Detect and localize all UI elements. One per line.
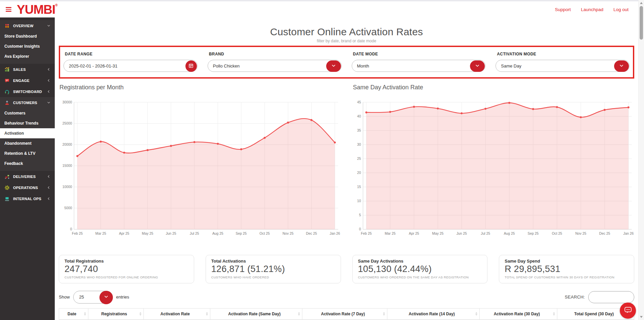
sidebar-header-deliveries[interactable]: DELIVERIES bbox=[0, 171, 55, 182]
page-title: Customer Online Activation Rates bbox=[55, 26, 638, 38]
sidebar-header-label: SALES bbox=[13, 67, 47, 72]
column-header-activation-rate-7-day[interactable]: Activation Rate (7 Day) bbox=[302, 309, 387, 319]
activation-mode-select[interactable]: Same Day bbox=[496, 60, 630, 72]
svg-text:Sep 25: Sep 25 bbox=[527, 232, 539, 235]
scroll-down-arrow-icon[interactable] bbox=[639, 315, 644, 319]
search-input[interactable] bbox=[588, 291, 634, 303]
column-header-registrations[interactable]: Registrations bbox=[88, 309, 143, 319]
scroll-up-arrow-icon[interactable] bbox=[639, 1, 644, 5]
column-header-activation-rate[interactable]: Activation Rate bbox=[144, 309, 210, 319]
calendar-button[interactable] bbox=[185, 60, 197, 72]
sidebar-header-internal-ops[interactable]: INTERNAL OPS bbox=[0, 193, 55, 204]
svg-text:45: 45 bbox=[357, 100, 361, 104]
sidebar-section-operations: OPERATIONS bbox=[0, 182, 55, 193]
date-range-input[interactable] bbox=[69, 63, 180, 68]
column-header-activation-rate-14-day[interactable]: Activation Rate (14 Day) bbox=[387, 309, 480, 319]
activation-rate-chart-panel: Same Day Activation Rate 051015202530354… bbox=[352, 84, 635, 238]
sidebar-section-deliveries: DELIVERIES bbox=[0, 171, 55, 182]
scrollbar-thumb[interactable] bbox=[640, 6, 643, 40]
sidebar-item-activation[interactable]: Activation bbox=[0, 128, 55, 138]
top-bar: YUMBI® Support Launchpad Log out bbox=[0, 1, 644, 17]
sidebar-item-store-dashboard[interactable]: Store Dashboard bbox=[0, 31, 55, 41]
hamburger-menu-icon[interactable] bbox=[6, 7, 11, 12]
gear-icon bbox=[4, 185, 10, 190]
column-header-activation-rate-30-day[interactable]: Activation Rate (30 Day) bbox=[480, 309, 557, 319]
column-header-activation-rate-same-day[interactable]: Activation Rate (Same Day) bbox=[210, 309, 302, 319]
sidebar-item-retention-ltv[interactable]: Retention & LTV bbox=[0, 148, 55, 158]
yumbi-logo[interactable]: YUMBI® bbox=[17, 3, 58, 16]
column-label: Registrations bbox=[101, 312, 127, 316]
sidebar-header-customers[interactable]: CUSTOMERS bbox=[0, 97, 55, 108]
sidebar-section-overview: OVERVIEWStore DashboardCustomer Insights… bbox=[0, 20, 55, 64]
sidebar-header-switchboard[interactable]: SWITCHBOARD bbox=[0, 86, 55, 97]
activation-rate-chart: 051015202530354045Feb 25Mar 25Apr 25May … bbox=[352, 92, 635, 238]
registered-mark: ® bbox=[55, 3, 57, 7]
svg-text:Nov 25: Nov 25 bbox=[283, 232, 294, 235]
column-label: Activation Rate (14 Day) bbox=[409, 312, 455, 316]
support-link[interactable]: Support bbox=[555, 7, 571, 12]
date-mode-select[interactable]: Month bbox=[352, 60, 486, 72]
sidebar-header-engage[interactable]: ENGAGE bbox=[0, 75, 55, 86]
sidebar-item-abandonment[interactable]: Abandonment bbox=[0, 138, 55, 148]
scrollbar[interactable] bbox=[638, 0, 644, 320]
sidebar-item-behaviour-trends[interactable]: Behaviour Trends bbox=[0, 118, 55, 128]
browser-top-strip bbox=[0, 0, 644, 1]
launchpad-link[interactable]: Launchpad bbox=[581, 7, 603, 12]
stat-value: 247,740 bbox=[65, 264, 188, 274]
entries-select[interactable]: 25 bbox=[73, 291, 113, 304]
logout-link[interactable]: Log out bbox=[613, 7, 629, 12]
show-label: Show bbox=[59, 294, 70, 300]
stat-value: 126,871 (51.21%) bbox=[211, 264, 335, 274]
svg-text:Jan 26: Jan 26 bbox=[330, 232, 340, 235]
stat-title: Total Registrations bbox=[65, 259, 188, 264]
svg-text:25: 25 bbox=[357, 157, 361, 161]
page-subtitle: filter by date, brand or date mode bbox=[55, 39, 638, 43]
svg-text:Aug 25: Aug 25 bbox=[212, 232, 223, 235]
svg-text:15000: 15000 bbox=[62, 164, 72, 168]
sidebar-header-label: INTERNAL OPS bbox=[13, 197, 47, 201]
svg-text:Jan 26: Jan 26 bbox=[623, 232, 634, 235]
chart-title: Registrations per Month bbox=[59, 84, 341, 91]
stat-value: 105,130 (42.44%) bbox=[358, 264, 482, 274]
stat-value: R 29,895,531 bbox=[505, 264, 629, 274]
stat-card-same-day-activations: Same Day Activations105,130 (42.44%)CUST… bbox=[352, 255, 488, 283]
sidebar-item-customer-insights[interactable]: Customer Insights bbox=[0, 41, 55, 51]
filter-label: DATE MODE bbox=[353, 52, 486, 56]
sort-arrows-icon bbox=[383, 312, 385, 316]
sidebar-header-sales[interactable]: SALES bbox=[0, 64, 55, 75]
activation-mode-select-button[interactable] bbox=[614, 60, 629, 72]
search-label: SEARCH: bbox=[565, 294, 585, 300]
chat-fab-button[interactable] bbox=[620, 303, 636, 319]
laptop-icon bbox=[4, 196, 10, 201]
stat-card-total-registrations: Total Registrations247,740CUSTOMERS WHO … bbox=[59, 255, 194, 283]
top-links: Support Launchpad Log out bbox=[555, 7, 629, 12]
sidebar-header-label: CUSTOMERS bbox=[13, 101, 47, 105]
svg-text:40: 40 bbox=[357, 115, 361, 118]
svg-text:Mar 25: Mar 25 bbox=[95, 232, 106, 235]
svg-text:30000: 30000 bbox=[62, 100, 72, 104]
date-mode-select-value: Month bbox=[357, 63, 369, 68]
brand-select-button[interactable] bbox=[326, 60, 341, 72]
chevron-left-icon bbox=[47, 79, 51, 83]
column-label: Total Spend (30 Day) bbox=[574, 312, 614, 316]
chevron-left-icon bbox=[47, 90, 51, 94]
date-mode-select-button[interactable] bbox=[470, 60, 485, 72]
svg-text:5000: 5000 bbox=[64, 206, 72, 210]
filter-brand: BRAND Pollo Chicken bbox=[208, 51, 342, 72]
svg-text:Apr 25: Apr 25 bbox=[409, 232, 419, 235]
brand-select[interactable]: Pollo Chicken bbox=[208, 60, 342, 72]
sidebar-item-ava-explorer[interactable]: Ava Explorer bbox=[0, 51, 55, 61]
entries-select-button[interactable] bbox=[99, 291, 113, 304]
sidebar-item-feedback[interactable]: Feedback bbox=[0, 158, 55, 169]
entries-label: entries bbox=[116, 294, 129, 300]
sidebar-header-operations[interactable]: OPERATIONS bbox=[0, 182, 55, 193]
svg-text:May 25: May 25 bbox=[142, 232, 153, 235]
activation-mode-select-value: Same Day bbox=[501, 63, 521, 68]
sidebar-header-overview[interactable]: OVERVIEW bbox=[0, 20, 55, 31]
sidebar-item-customers[interactable]: Customers bbox=[0, 108, 55, 118]
headset-icon bbox=[4, 89, 10, 94]
stat-card-total-activations: Total Activations126,871 (51.21%)CUSTOME… bbox=[206, 255, 341, 283]
svg-text:Dec 25: Dec 25 bbox=[306, 232, 317, 235]
column-header-date[interactable]: Date bbox=[59, 309, 88, 319]
column-label: Activation Rate (30 Day) bbox=[494, 312, 540, 316]
